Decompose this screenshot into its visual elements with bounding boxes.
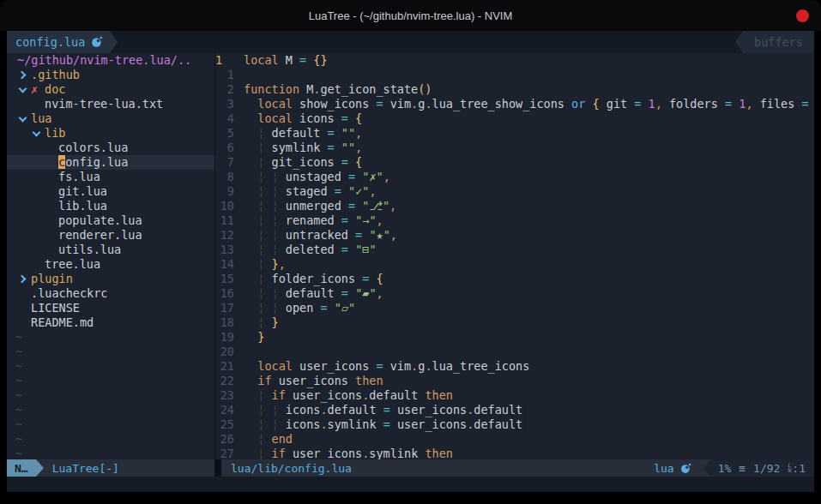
code-line-10[interactable]: 9 ¦ ¦ staged = "✓", — [215, 184, 814, 199]
code-line-18[interactable]: 17 ¦ ¦ open = "▱" — [215, 301, 814, 315]
line-number: 22 — [215, 374, 234, 388]
tree-item-populate.lua[interactable]: populate.lua — [7, 213, 214, 228]
tree-item-label: README.md — [31, 315, 94, 330]
powerline-arrow-icon — [703, 459, 711, 477]
code-text: ¦ } — [244, 315, 814, 330]
git-status-icon: ✗ — [31, 82, 45, 97]
code-line-12[interactable]: 11 ¦ ¦ renamed = "→", — [215, 213, 814, 228]
code-line-1[interactable]: 1local M = {} — [215, 53, 814, 68]
code-text: ¦ ¦ staged = "✓", — [244, 184, 814, 199]
code-line-3[interactable]: 2function M.get_icon_state() — [215, 82, 814, 97]
tree-item-label: lib — [45, 126, 65, 141]
tab-config-lua[interactable]: config.lua — [7, 31, 110, 53]
code-line-22[interactable]: 21 local user_icons = vim.g.lua_tree_ico… — [215, 359, 814, 374]
code-text: ¦ end — [244, 432, 814, 447]
code-text — [244, 68, 814, 82]
code-line-6[interactable]: 5 ¦ default = "", — [215, 126, 814, 141]
chevron-down-icon — [17, 86, 31, 94]
code-text: local show_icons = vim.g.lua_tree_show_i… — [244, 97, 814, 111]
tree-item-fs.lua[interactable]: fs.lua — [7, 170, 214, 184]
line-number: 18 — [215, 315, 234, 330]
line-number: 20 — [215, 345, 234, 359]
code-line-21[interactable]: 20 — [215, 345, 814, 359]
tree-item-.github[interactable]: .github — [7, 68, 214, 82]
code-line-13[interactable]: 12 ¦ ¦ untracked = "★", — [215, 228, 814, 243]
code-line-7[interactable]: 6 ¦ symlink = "", — [215, 141, 814, 155]
code-line-14[interactable]: 13 ¦ ¦ deleted = "⊟" — [215, 243, 814, 257]
code-text: if user_icons then — [244, 374, 814, 388]
code-line-26[interactable]: 25 ¦ ¦ icons.symlink = user_icons.defaul… — [215, 417, 814, 432]
tree-item-label: populate.lua — [58, 213, 142, 228]
tree-item-.luacheckrc[interactable]: .luacheckrc — [7, 286, 214, 301]
lua-icon — [91, 36, 103, 48]
tree-item-lua[interactable]: lua — [7, 111, 214, 126]
code-line-11[interactable]: 10 ¦ ¦ unmerged = "⎇", — [215, 199, 814, 213]
tree-item-tree.lua[interactable]: tree.lua — [7, 257, 214, 272]
line-number: 6 — [215, 141, 234, 155]
tree-item-doc[interactable]: ✗doc — [7, 82, 214, 97]
code-text: ¦ ¦ renamed = "→", — [244, 213, 814, 228]
code-line-8[interactable]: 7 ¦ git_icons = { — [215, 155, 814, 170]
tree-item-plugin[interactable]: plugin — [7, 272, 214, 286]
empty-line-tilde: ~ — [7, 403, 214, 417]
line-number: 8 — [215, 170, 234, 184]
code-text: local user_icons = vim.g.lua_tree_icons — [244, 359, 814, 374]
tab-label: config.lua — [15, 35, 85, 49]
code-line-2[interactable]: 1 — [215, 68, 814, 82]
tree-item-nvim-tree-lua.txt[interactable]: nvim-tree-lua.txt — [7, 97, 214, 111]
line-number: 23 — [215, 388, 234, 403]
code-line-17[interactable]: 16 ¦ ¦ default = "▰", — [215, 286, 814, 301]
line-number: 17 — [215, 301, 234, 315]
code-text: ¦ ¦ untracked = "★", — [244, 228, 814, 243]
code-line-9[interactable]: 8 ¦ ¦ unstaged = "✗", — [215, 170, 814, 184]
code-text: ¦ ¦ icons.symlink = user_icons.default — [244, 417, 814, 432]
filetype-label: lua — [654, 462, 673, 475]
tree-item-README.md[interactable]: README.md — [7, 315, 214, 330]
line-number: 10 — [215, 199, 234, 213]
line-number: 1 — [215, 53, 234, 68]
empty-line-tilde: ~ — [7, 417, 214, 432]
code-line-25[interactable]: 24 ¦ ¦ icons.default = user_icons.defaul… — [215, 403, 814, 417]
code-text: ¦ ¦ unstaged = "✗", — [244, 170, 814, 184]
tree-item-git.lua[interactable]: git.lua — [7, 184, 214, 199]
statusline-file-segment: lua/lib/config.lua lua 1% ≡ 1/92 — [221, 459, 814, 477]
tree-item-label: renderer.lua — [58, 228, 142, 243]
code-text: ¦ if user_icons.default then — [244, 388, 814, 403]
tree-item-utils.lua[interactable]: utils.lua — [7, 243, 214, 257]
code-line-15[interactable]: 14 ¦ }, — [215, 257, 814, 272]
code-text: ¦ default = "", — [244, 126, 814, 141]
code-line-23[interactable]: 22 if user_icons then — [215, 374, 814, 388]
tree-item-label: .luacheckrc — [31, 286, 107, 301]
tree-item-label: fs.lua — [58, 170, 100, 184]
chevron-down-icon — [17, 115, 31, 123]
code-text: ¦ }, — [244, 257, 814, 272]
code-text: } — [244, 330, 814, 345]
statusline-tree-segment: N… LuaTree[-] — [7, 459, 214, 477]
code-line-16[interactable]: 15 ¦ folder_icons = { — [215, 272, 814, 286]
block-cursor: c — [58, 155, 65, 169]
code-line-20[interactable]: 19 } — [215, 330, 814, 345]
tree-item-config.lua[interactable]: config.lua — [7, 155, 214, 170]
code-line-24[interactable]: 23 ¦ if user_icons.default then — [215, 388, 814, 403]
line-number: 15 — [215, 272, 234, 286]
tree-item-lib[interactable]: lib — [7, 126, 214, 141]
column-value: :1 — [792, 462, 806, 475]
statusline-gap — [214, 459, 221, 477]
tree-item-label: ~/github/nvim-tree.lua/.. — [17, 53, 191, 68]
tree-item-githubnvim-tree.lua..[interactable]: ~/github/nvim-tree.lua/.. — [7, 53, 214, 68]
line-number-icon: L N — [788, 463, 791, 473]
code-line-28[interactable]: 27 ¦ if user_icons.symlink then — [215, 447, 814, 459]
code-line-27[interactable]: 26 ¦ end — [215, 432, 814, 447]
tree-item-LICENSE[interactable]: LICENSE — [7, 301, 214, 315]
tree-item-renderer.lua[interactable]: renderer.lua — [7, 228, 214, 243]
line-number: 11 — [215, 213, 234, 228]
tree-item-lib.lua[interactable]: lib.lua — [7, 199, 214, 213]
code-line-4[interactable]: 3 local show_icons = vim.g.lua_tree_show… — [215, 97, 814, 111]
line-number: 27 — [215, 447, 234, 459]
code-line-5[interactable]: 4 local icons = { — [215, 111, 814, 126]
close-button[interactable] — [796, 9, 809, 22]
line-number: 5 — [215, 126, 234, 141]
tree-item-colors.lua[interactable]: colors.lua — [7, 141, 214, 155]
line-number: 25 — [215, 417, 234, 432]
code-line-19[interactable]: 18 ¦ } — [215, 315, 814, 330]
